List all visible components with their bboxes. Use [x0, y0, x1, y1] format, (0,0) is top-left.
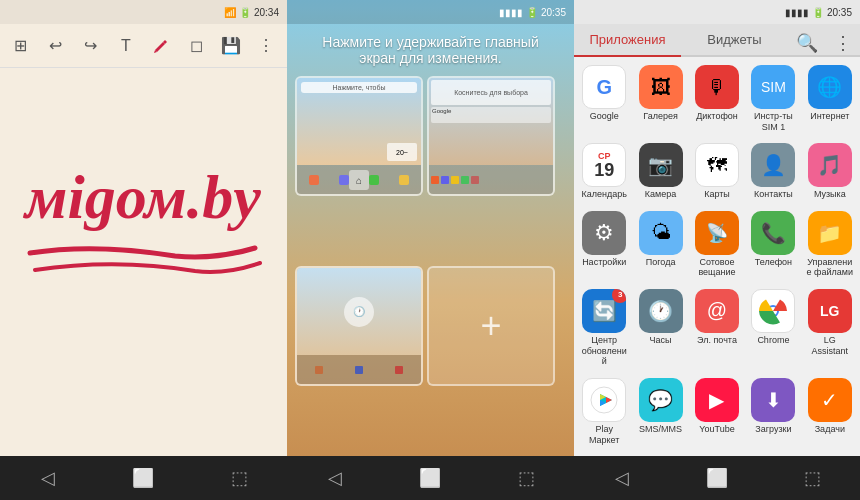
- app-icon-phone: 📞: [751, 211, 795, 255]
- app-settings[interactable]: ⚙ Настройки: [578, 209, 630, 283]
- app-label-camera: Камера: [645, 189, 676, 200]
- app-weather[interactable]: 🌤 Погода: [634, 209, 686, 283]
- bottom-nav-drawer: ◁ ⬜ ⬚: [574, 456, 860, 500]
- add-screen-button[interactable]: +: [427, 266, 555, 386]
- app-lg-assistant[interactable]: LG LG Assistant: [804, 287, 856, 372]
- app-gallery[interactable]: 🖼 Галерея: [634, 63, 686, 137]
- pen-button[interactable]: [149, 32, 174, 60]
- more-options-icon[interactable]: ⋮: [826, 24, 860, 55]
- home-button-drawer[interactable]: ⬜: [695, 456, 739, 500]
- app-icon-sim: SIM: [751, 65, 795, 109]
- screen-thumb-1[interactable]: Нажмите, чтобы 20~ ⌂: [295, 76, 423, 196]
- signal-icon-drawer: ▮▮▮▮: [785, 7, 809, 18]
- panel-home: ▮▮▮▮ 🔋 20:35 Нажмите и удерживайте главн…: [287, 0, 574, 500]
- battery-icon-home: 🔋: [526, 7, 538, 18]
- app-label-email: Эл. почта: [697, 335, 737, 346]
- app-label-music: Музыка: [814, 189, 846, 200]
- app-label-filemanager: Управление файлами: [806, 257, 854, 279]
- app-icon-camera: 📷: [639, 143, 683, 187]
- update-badge: 3: [612, 289, 626, 303]
- tab-applications[interactable]: Приложения: [574, 24, 681, 57]
- status-bar-drawer: ▮▮▮▮ 🔋 20:35: [574, 0, 860, 24]
- more-button[interactable]: ⋮: [254, 32, 279, 60]
- app-label-calendar: Календарь: [581, 189, 626, 200]
- app-label-weather: Погода: [646, 257, 676, 268]
- eraser-button[interactable]: ◻: [184, 32, 209, 60]
- app-label-dictaphone: Диктофон: [696, 111, 738, 122]
- app-phone[interactable]: 📞 Телефон: [747, 209, 799, 283]
- app-filemanager[interactable]: 📁 Управление файлами: [804, 209, 856, 283]
- app-icon-maps: 🗺: [695, 143, 739, 187]
- app-icon-contacts: 👤: [751, 143, 795, 187]
- app-music[interactable]: 🎵 Музыка: [804, 141, 856, 204]
- app-icon-clock: 🕐: [639, 289, 683, 333]
- grid-button[interactable]: ⊞: [8, 32, 33, 60]
- search-icon[interactable]: 🔍: [788, 24, 826, 55]
- app-play[interactable]: Play Маркет: [578, 376, 630, 450]
- panel-drawer: ▮▮▮▮ 🔋 20:35 Приложения Виджеты 🔍 ⋮ G Go…: [574, 0, 860, 500]
- undo-button[interactable]: ↩: [43, 32, 68, 60]
- redo-button[interactable]: ↪: [78, 32, 103, 60]
- app-label-tasks: Задачи: [815, 424, 845, 435]
- svg-text:мigом.by: мigом.by: [22, 163, 261, 231]
- tab-widgets[interactable]: Виджеты: [681, 24, 788, 55]
- back-button-note[interactable]: ◁: [26, 456, 70, 500]
- screen-thumb-3[interactable]: 🕐: [295, 266, 423, 386]
- note-canvas[interactable]: мigом.by: [0, 68, 287, 456]
- status-icons-note: 📶 🔋 20:34: [224, 7, 279, 18]
- app-icon-download: ⬇: [751, 378, 795, 422]
- app-label-sim: Инстр-ты SIM 1: [749, 111, 797, 133]
- app-contacts[interactable]: 👤 Контакты: [747, 141, 799, 204]
- home-thumbnails: Нажмите, чтобы 20~ ⌂ Коснитесь для выбор…: [287, 72, 574, 456]
- app-maps[interactable]: 🗺 Карты: [691, 141, 743, 204]
- app-dictaphone[interactable]: 🎙 Диктофон: [691, 63, 743, 137]
- app-icon-music: 🎵: [808, 143, 852, 187]
- app-icon-dictaphone: 🎙: [695, 65, 739, 109]
- app-cell-broadcast[interactable]: 📡 Сотовое вещание: [691, 209, 743, 283]
- app-label-youtube: YouTube: [699, 424, 734, 435]
- app-clock[interactable]: 🕐 Часы: [634, 287, 686, 372]
- app-label-maps: Карты: [704, 189, 730, 200]
- panel-note: 📶 🔋 20:34 ⊞ ↩ ↪ T ◻ 💾 ⋮ мigом.by ◁ ⬜ ⬚: [0, 0, 287, 500]
- app-internet[interactable]: 🌐 Интернет: [804, 63, 856, 137]
- app-label-cell: Сотовое вещание: [693, 257, 741, 279]
- app-icon-weather: 🌤: [639, 211, 683, 255]
- bottom-nav-note: ◁ ⬜ ⬚: [0, 456, 287, 500]
- screen-thumb-2[interactable]: Коснитесь для выбора Google: [427, 76, 555, 196]
- app-download[interactable]: ⬇ Загрузки: [747, 376, 799, 450]
- back-button-drawer[interactable]: ◁: [600, 456, 644, 500]
- app-label-play: Play Маркет: [580, 424, 628, 446]
- home-button-home[interactable]: ⬜: [408, 456, 452, 500]
- app-icon-update: 🔄 3: [582, 289, 626, 333]
- app-update[interactable]: 🔄 3 Центр обновлений: [578, 287, 630, 372]
- status-icons-drawer: ▮▮▮▮ 🔋 20:35: [785, 7, 852, 18]
- app-email[interactable]: @ Эл. почта: [691, 287, 743, 372]
- app-icon-calendar: CP19: [582, 143, 626, 187]
- battery-icon-drawer: 🔋: [812, 7, 824, 18]
- app-label-contacts: Контакты: [754, 189, 793, 200]
- status-bar-home: ▮▮▮▮ 🔋 20:35: [287, 0, 574, 24]
- app-sms[interactable]: 💬 SMS/MMS: [634, 376, 686, 450]
- thumb-home-icon: ⌂: [349, 170, 369, 190]
- app-sim[interactable]: SIM Инстр-ты SIM 1: [747, 63, 799, 137]
- save-button[interactable]: 💾: [219, 32, 244, 60]
- app-calendar[interactable]: CP19 Календарь: [578, 141, 630, 204]
- app-tasks[interactable]: ✓ Задачи: [804, 376, 856, 450]
- status-icons-home: ▮▮▮▮ 🔋 20:35: [499, 7, 566, 18]
- text-button[interactable]: T: [113, 32, 138, 60]
- home-button-note[interactable]: ⬜: [121, 456, 165, 500]
- app-chrome[interactable]: Chrome: [747, 287, 799, 372]
- back-button-home[interactable]: ◁: [313, 456, 357, 500]
- app-label-chrome: Chrome: [757, 335, 789, 346]
- app-icon-email: @: [695, 289, 739, 333]
- recent-button-drawer[interactable]: ⬚: [790, 456, 834, 500]
- app-camera[interactable]: 📷 Камера: [634, 141, 686, 204]
- app-icon-filemanager: 📁: [808, 211, 852, 255]
- recent-button-note[interactable]: ⬚: [217, 456, 261, 500]
- app-youtube[interactable]: ▶ YouTube: [691, 376, 743, 450]
- app-icon-internet: 🌐: [808, 65, 852, 109]
- recent-button-home[interactable]: ⬚: [504, 456, 548, 500]
- app-label-clock: Часы: [650, 335, 672, 346]
- battery-icon: 🔋: [239, 7, 251, 18]
- app-google[interactable]: G Google: [578, 63, 630, 137]
